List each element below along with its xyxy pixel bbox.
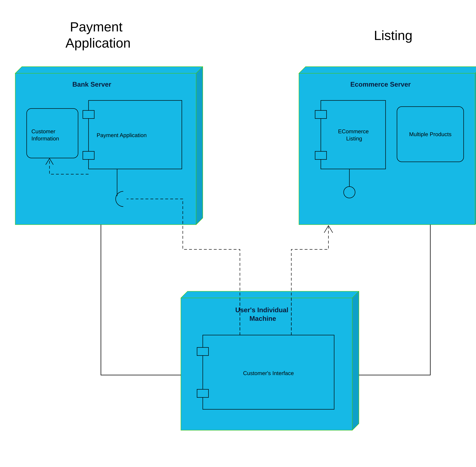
svg-marker-20 xyxy=(352,291,359,430)
label-customers-interface: Customer's Interface xyxy=(243,370,294,376)
label-bank-server: Bank Server xyxy=(72,81,111,88)
label-payment-application: Payment Application xyxy=(97,132,147,138)
node-user-machine: User's Individual Machine Customer's Int… xyxy=(181,291,359,430)
label-ecommerce-server: Ecommerce Server xyxy=(350,81,411,88)
svg-rect-6 xyxy=(83,110,94,118)
assoc-ecommerce-to-user xyxy=(359,225,430,375)
svg-marker-1 xyxy=(196,67,203,225)
svg-rect-2 xyxy=(15,73,196,225)
label-multiple-products: Multiple Products xyxy=(409,131,451,137)
svg-rect-13 xyxy=(315,110,327,118)
svg-rect-11 xyxy=(299,73,475,225)
node-ecommerce-server: Ecommerce Server ECommerce Listing Multi… xyxy=(299,67,476,225)
svg-rect-7 xyxy=(83,151,94,159)
title-listing: Listing xyxy=(374,28,412,43)
svg-rect-14 xyxy=(315,151,327,159)
title-payment-app: Payment Application xyxy=(66,19,131,51)
assoc-bank-to-user xyxy=(101,225,181,375)
deployment-diagram: Payment Application Listing Bank Server … xyxy=(0,0,476,467)
svg-rect-23 xyxy=(197,348,209,356)
node-bank-server: Bank Server Customer Information Payment… xyxy=(15,67,203,225)
svg-rect-24 xyxy=(197,389,209,397)
